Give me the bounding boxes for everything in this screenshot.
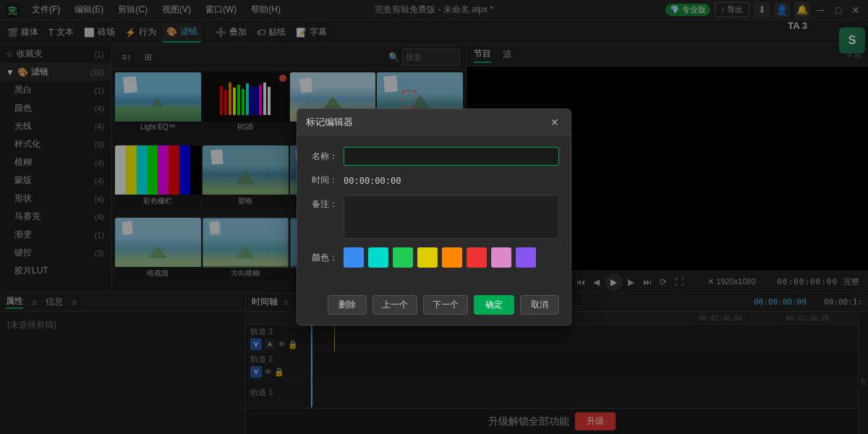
dialog-note-row: 备注： [309,195,559,239]
color-swatch-yellow[interactable] [417,247,438,268]
dialog-color-label: 颜色： [309,252,338,264]
dialog-confirm-button[interactable]: 确定 [474,295,514,315]
color-swatch-purple[interactable] [516,247,536,268]
dialog-name-input[interactable] [344,147,559,166]
dialog-time-value: 00:00:00:00 [344,176,559,186]
dialog-next-button[interactable]: 下一个 [423,295,468,315]
dialog-close-button[interactable]: ✕ [548,115,562,129]
dialog-delete-button[interactable]: 删除 [328,295,367,315]
marker-editor-dialog: 标记编辑器 ✕ 名称： 时间： 00:00:00:00 备注： 颜色： [297,109,571,326]
color-swatch-red[interactable] [467,247,487,268]
dialog-name-label: 名称： [309,150,338,163]
dialog-time-row: 时间： 00:00:00:00 [309,174,559,187]
dialog-color-swatches [344,247,559,268]
dialog-note-label: 备注： [309,198,338,210]
dialog-time-label: 时间： [309,174,338,187]
dialog-prev-button[interactable]: 上一个 [373,295,417,315]
color-swatch-green[interactable] [393,247,413,268]
dialog-header: 标记编辑器 ✕ [297,109,571,135]
color-swatch-blue[interactable] [344,247,364,268]
dialog-cancel-button[interactable]: 取消 [520,295,559,315]
dialog-title: 标记编辑器 [306,116,548,129]
dialog-body: 名称： 时间： 00:00:00:00 备注： 颜色： [297,135,571,288]
color-swatch-orange[interactable] [442,247,462,268]
dialog-overlay: 标记编辑器 ✕ 名称： 时间： 00:00:00:00 备注： 颜色： [0,0,868,434]
dialog-footer: 删除 上一个 下一个 确定 取消 [297,288,571,325]
dialog-note-textarea[interactable] [344,195,559,239]
color-swatch-pink[interactable] [491,247,511,268]
dialog-color-row: 颜色： [309,247,559,268]
color-swatch-cyan[interactable] [368,247,388,268]
dialog-name-row: 名称： [309,147,559,166]
